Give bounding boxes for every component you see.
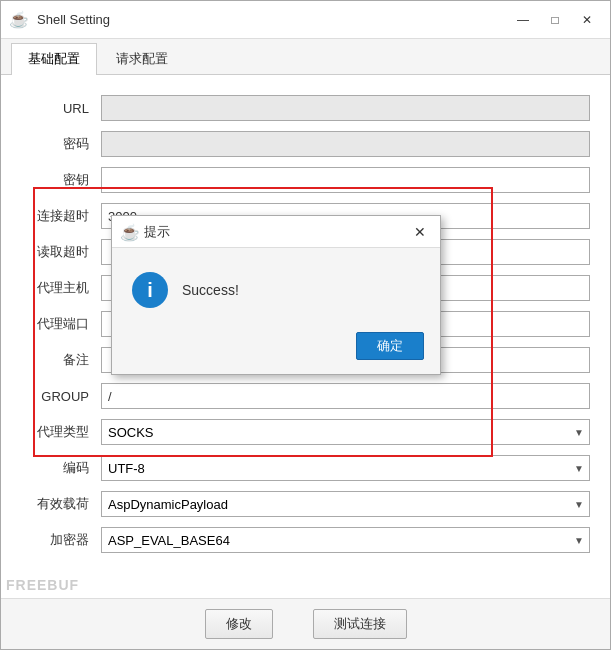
- input-URL[interactable]: [101, 95, 590, 121]
- close-button[interactable]: ✕: [572, 8, 602, 32]
- form-row-9: 代理类型SOCKSHTTPDIRECT▼: [21, 419, 590, 445]
- form-row-0: URL: [21, 95, 590, 121]
- select-wrapper-10: UTF-8GBKISO-8859-1▼: [101, 455, 590, 481]
- form-label-3: 连接超时: [21, 207, 101, 225]
- input-密钥[interactable]: [101, 167, 590, 193]
- dialog-close-button[interactable]: ✕: [408, 221, 432, 243]
- select-代理类型[interactable]: SOCKSHTTPDIRECT: [101, 419, 590, 445]
- info-icon: i: [132, 272, 168, 308]
- input-GROUP[interactable]: [101, 383, 590, 409]
- form-label-9: 代理类型: [21, 423, 101, 441]
- form-label-2: 密钥: [21, 171, 101, 189]
- watermark: FREEBUF: [6, 577, 79, 593]
- app-icon: ☕: [9, 10, 29, 30]
- dialog-titlebar: ☕ 提示 ✕: [112, 216, 440, 248]
- dialog-body: i Success!: [112, 248, 440, 324]
- main-window: ☕ Shell Setting — □ ✕ 基础配置 请求配置 URL密码密钥连…: [0, 0, 611, 650]
- form-field-10: UTF-8GBKISO-8859-1▼: [101, 455, 590, 481]
- window-controls: — □ ✕: [508, 8, 602, 32]
- dialog-footer: 确定: [112, 324, 440, 374]
- maximize-button[interactable]: □: [540, 8, 570, 32]
- select-有效载荷[interactable]: AspDynamicPayloadPhpDynamicPayloadJspDyn…: [101, 491, 590, 517]
- form-field-0: [101, 95, 590, 121]
- form-label-11: 有效载荷: [21, 495, 101, 513]
- success-dialog: ☕ 提示 ✕ i Success! 确定: [111, 215, 441, 375]
- dialog-title: 提示: [144, 223, 408, 241]
- window-title: Shell Setting: [37, 12, 508, 27]
- form-field-1: [101, 131, 590, 157]
- form-field-12: ASP_EVAL_BASE64BASE64RAW▼: [101, 527, 590, 553]
- form-label-4: 读取超时: [21, 243, 101, 261]
- form-field-9: SOCKSHTTPDIRECT▼: [101, 419, 590, 445]
- form-field-2: [101, 167, 590, 193]
- form-row-12: 加密器ASP_EVAL_BASE64BASE64RAW▼: [21, 527, 590, 553]
- form-field-11: AspDynamicPayloadPhpDynamicPayloadJspDyn…: [101, 491, 590, 517]
- test-connection-button[interactable]: 测试连接: [313, 609, 407, 639]
- minimize-button[interactable]: —: [508, 8, 538, 32]
- form-label-8: GROUP: [21, 389, 101, 404]
- tab-bar: 基础配置 请求配置: [1, 39, 610, 75]
- modify-button[interactable]: 修改: [205, 609, 273, 639]
- form-field-8: [101, 383, 590, 409]
- form-label-5: 代理主机: [21, 279, 101, 297]
- select-加密器[interactable]: ASP_EVAL_BASE64BASE64RAW: [101, 527, 590, 553]
- content-area: URL密码密钥连接超时读取超时代理主机代理端口备注GROUP代理类型SOCKSH…: [1, 75, 610, 598]
- select-wrapper-11: AspDynamicPayloadPhpDynamicPayloadJspDyn…: [101, 491, 590, 517]
- tab-basic[interactable]: 基础配置: [11, 43, 97, 75]
- form-row-1: 密码: [21, 131, 590, 157]
- select-wrapper-9: SOCKSHTTPDIRECT▼: [101, 419, 590, 445]
- form-row-2: 密钥: [21, 167, 590, 193]
- tab-request[interactable]: 请求配置: [99, 43, 185, 74]
- form-label-12: 加密器: [21, 531, 101, 549]
- form-row-10: 编码UTF-8GBKISO-8859-1▼: [21, 455, 590, 481]
- form-row-11: 有效载荷AspDynamicPayloadPhpDynamicPayloadJs…: [21, 491, 590, 517]
- form-label-10: 编码: [21, 459, 101, 477]
- form-label-7: 备注: [21, 351, 101, 369]
- dialog-confirm-button[interactable]: 确定: [356, 332, 424, 360]
- select-wrapper-12: ASP_EVAL_BASE64BASE64RAW▼: [101, 527, 590, 553]
- dialog-message: Success!: [182, 282, 239, 298]
- dialog-icon: ☕: [120, 223, 138, 241]
- select-编码[interactable]: UTF-8GBKISO-8859-1: [101, 455, 590, 481]
- form-label-6: 代理端口: [21, 315, 101, 333]
- titlebar: ☕ Shell Setting — □ ✕: [1, 1, 610, 39]
- form-label-1: 密码: [21, 135, 101, 153]
- bottom-bar: 修改 测试连接: [1, 598, 610, 649]
- input-密码[interactable]: [101, 131, 590, 157]
- form-row-8: GROUP: [21, 383, 590, 409]
- form-label-0: URL: [21, 101, 101, 116]
